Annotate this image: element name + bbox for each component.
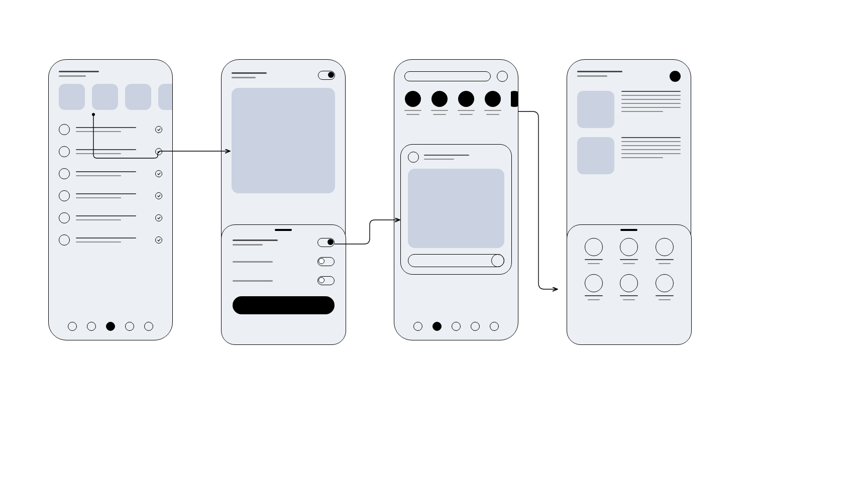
checklist <box>59 124 162 246</box>
action-circle[interactable] <box>497 71 508 82</box>
row-text-placeholder <box>233 239 278 246</box>
nav-dot[interactable] <box>87 322 96 331</box>
nav-dot[interactable] <box>144 322 153 331</box>
card-pill[interactable] <box>408 254 504 267</box>
list-item[interactable] <box>59 168 162 179</box>
chip-partial[interactable] <box>158 84 173 110</box>
avatar-item[interactable] <box>484 91 501 115</box>
article-list <box>577 91 681 174</box>
article-item[interactable] <box>577 91 681 128</box>
grid-circle-icon <box>620 274 638 292</box>
avatar-item-partial[interactable] <box>511 91 518 115</box>
screen-4 <box>567 59 691 340</box>
grid-circle-icon <box>585 274 603 292</box>
avatar-icon <box>485 91 501 107</box>
avatar-row[interactable] <box>404 91 518 115</box>
check-icon[interactable] <box>155 192 162 199</box>
grid-item[interactable] <box>649 238 680 264</box>
list-item[interactable] <box>59 124 162 135</box>
list-item[interactable] <box>59 234 162 246</box>
check-icon[interactable] <box>155 126 162 133</box>
item-text-placeholder <box>76 149 149 154</box>
check-icon[interactable] <box>155 170 162 177</box>
avatar-item[interactable] <box>458 91 475 115</box>
nav-dot[interactable] <box>125 322 134 331</box>
avatar-icon <box>431 91 448 107</box>
cta-button[interactable] <box>233 296 335 314</box>
chip[interactable] <box>92 84 118 110</box>
pill-circle-icon[interactable] <box>491 254 504 267</box>
check-icon[interactable] <box>155 236 162 244</box>
hero-image-placeholder <box>232 88 335 193</box>
bottom-sheet[interactable] <box>567 224 692 345</box>
card-title-placeholder <box>424 155 469 160</box>
screen-2 <box>221 59 346 340</box>
nav-dot[interactable] <box>490 322 499 331</box>
grid-circle-icon <box>585 238 603 256</box>
item-avatar-icon <box>59 168 70 179</box>
item-avatar-icon <box>59 234 70 246</box>
grid-item[interactable] <box>613 238 644 264</box>
grid-item[interactable] <box>649 274 680 300</box>
sheet-grid-row <box>578 274 680 300</box>
article-thumb-placeholder <box>577 91 614 128</box>
bottom-sheet[interactable] <box>221 224 346 345</box>
list-item[interactable] <box>59 146 162 157</box>
item-avatar-icon <box>59 146 70 157</box>
item-avatar-icon <box>59 124 70 135</box>
screen-3 <box>394 59 518 340</box>
grid-item[interactable] <box>578 274 609 300</box>
avatar-item[interactable] <box>404 91 421 115</box>
title-placeholder <box>59 71 162 77</box>
screen-1 <box>48 59 173 340</box>
bottom-nav <box>49 322 172 331</box>
sheet-row[interactable] <box>233 238 335 247</box>
title-placeholder <box>577 71 622 77</box>
avatar-item[interactable] <box>431 91 448 115</box>
card-avatar-icon <box>408 152 419 163</box>
chip[interactable] <box>59 84 85 110</box>
sheet-grabber-icon[interactable] <box>275 229 292 231</box>
nav-dot-active[interactable] <box>432 322 442 331</box>
row-toggle[interactable] <box>317 257 335 266</box>
nav-dot[interactable] <box>413 322 422 331</box>
list-item[interactable] <box>59 190 162 201</box>
avatar-icon <box>405 91 421 107</box>
nav-dot[interactable] <box>452 322 461 331</box>
nav-dot-active[interactable] <box>106 322 115 331</box>
row-toggle[interactable] <box>317 238 335 247</box>
row-text-placeholder <box>233 280 273 282</box>
article-text-placeholder <box>621 137 681 174</box>
arrow-3 <box>518 111 557 289</box>
header-toggle[interactable] <box>318 71 335 80</box>
item-text-placeholder <box>76 215 149 220</box>
nav-dot[interactable] <box>68 322 77 331</box>
sheet-grid-row <box>578 238 680 264</box>
item-avatar-icon <box>59 190 70 201</box>
grid-circle-icon <box>620 238 638 256</box>
row-toggle[interactable] <box>317 276 335 285</box>
header-dot-icon[interactable] <box>670 71 681 82</box>
search-bar[interactable] <box>404 71 491 81</box>
chip-row[interactable] <box>59 84 173 110</box>
row-text-placeholder <box>233 261 273 263</box>
list-item[interactable] <box>59 212 162 223</box>
sheet-row[interactable] <box>233 276 335 285</box>
wireframe-flow-canvas <box>0 0 868 482</box>
check-icon[interactable] <box>155 214 162 221</box>
nav-dot[interactable] <box>471 322 480 331</box>
bottom-nav <box>394 322 518 331</box>
item-text-placeholder <box>76 193 149 198</box>
item-text-placeholder <box>76 127 149 132</box>
feed-card[interactable] <box>400 144 512 275</box>
article-thumb-placeholder <box>577 137 614 174</box>
title-placeholder <box>232 72 267 78</box>
grid-item[interactable] <box>578 238 609 264</box>
sheet-grabber-icon[interactable] <box>620 229 637 231</box>
chip[interactable] <box>125 84 151 110</box>
item-avatar-icon <box>59 212 70 223</box>
check-icon[interactable] <box>155 148 162 155</box>
sheet-row[interactable] <box>233 257 335 266</box>
grid-item[interactable] <box>613 274 644 300</box>
article-item[interactable] <box>577 137 681 174</box>
